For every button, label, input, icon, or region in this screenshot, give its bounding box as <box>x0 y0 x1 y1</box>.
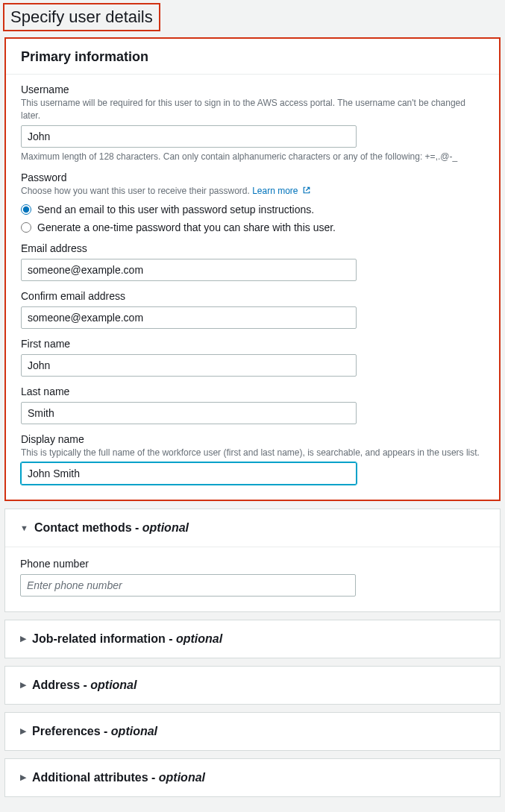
confirm-email-label: Confirm email address <box>21 290 484 302</box>
preferences-panel: ▶ Preferences - optional <box>4 712 501 751</box>
additional-optional-tag: optional <box>159 771 205 784</box>
email-label: Email address <box>21 242 484 254</box>
caret-right-icon: ▶ <box>20 634 26 643</box>
caret-down-icon: ▼ <box>20 523 28 532</box>
phone-input[interactable] <box>20 574 356 597</box>
contact-optional-tag: optional <box>142 521 189 534</box>
additional-attrs-panel: ▶ Additional attributes - optional <box>4 758 501 797</box>
footer: Cancel Next <box>0 805 505 812</box>
address-toggle[interactable]: ▶ Address - optional <box>5 667 500 704</box>
display-name-input[interactable] <box>21 462 357 485</box>
display-name-label: Display name <box>21 433 484 445</box>
contact-methods-title: Contact methods - <box>34 521 142 534</box>
page-title: Specify user details <box>3 3 160 31</box>
address-panel: ▶ Address - optional <box>4 666 501 705</box>
preferences-title: Preferences - <box>32 725 111 737</box>
address-optional-tag: optional <box>90 679 137 691</box>
primary-info-heading: Primary information <box>21 49 484 65</box>
username-constraint: Maximum length of 128 characters. Can on… <box>21 151 484 163</box>
username-input[interactable] <box>21 125 357 148</box>
job-info-title: Job-related information - <box>32 632 176 645</box>
contact-methods-panel: ▼ Contact methods - optional Phone numbe… <box>4 509 501 612</box>
job-info-toggle[interactable]: ▶ Job-related information - optional <box>5 620 500 658</box>
address-title: Address - <box>32 679 90 691</box>
password-otp-radio[interactable] <box>21 222 31 233</box>
external-link-icon <box>302 186 311 195</box>
additional-attrs-title: Additional attributes - <box>32 771 159 784</box>
password-email-label: Send an email to this user with password… <box>37 204 314 215</box>
password-otp-label: Generate a one-time password that you ca… <box>37 221 336 233</box>
caret-right-icon: ▶ <box>20 772 26 782</box>
caret-right-icon: ▶ <box>20 680 26 690</box>
first-name-input[interactable] <box>21 354 357 377</box>
job-info-panel: ▶ Job-related information - optional <box>4 620 501 658</box>
preferences-optional-tag: optional <box>111 725 157 737</box>
contact-methods-toggle[interactable]: ▼ Contact methods - optional <box>5 509 500 547</box>
caret-right-icon: ▶ <box>20 726 26 736</box>
email-input[interactable] <box>21 259 357 281</box>
additional-attrs-toggle[interactable]: ▶ Additional attributes - optional <box>5 759 500 796</box>
last-name-input[interactable] <box>21 402 357 424</box>
display-name-hint: This is typically the full name of the w… <box>21 447 484 459</box>
preferences-toggle[interactable]: ▶ Preferences - optional <box>5 713 500 750</box>
username-hint: This username will be required for this … <box>21 97 484 122</box>
job-optional-tag: optional <box>176 632 222 645</box>
learn-more-link[interactable]: Learn more <box>252 186 311 196</box>
last-name-label: Last name <box>21 385 484 397</box>
password-email-radio[interactable] <box>21 204 31 215</box>
confirm-email-input[interactable] <box>21 306 357 329</box>
password-hint: Choose how you want this user to receive… <box>21 185 484 198</box>
first-name-label: First name <box>21 338 484 350</box>
password-label: Password <box>21 171 484 183</box>
username-label: Username <box>21 84 484 95</box>
primary-info-panel: Primary information Username This userna… <box>4 37 501 501</box>
phone-label: Phone number <box>20 558 485 570</box>
